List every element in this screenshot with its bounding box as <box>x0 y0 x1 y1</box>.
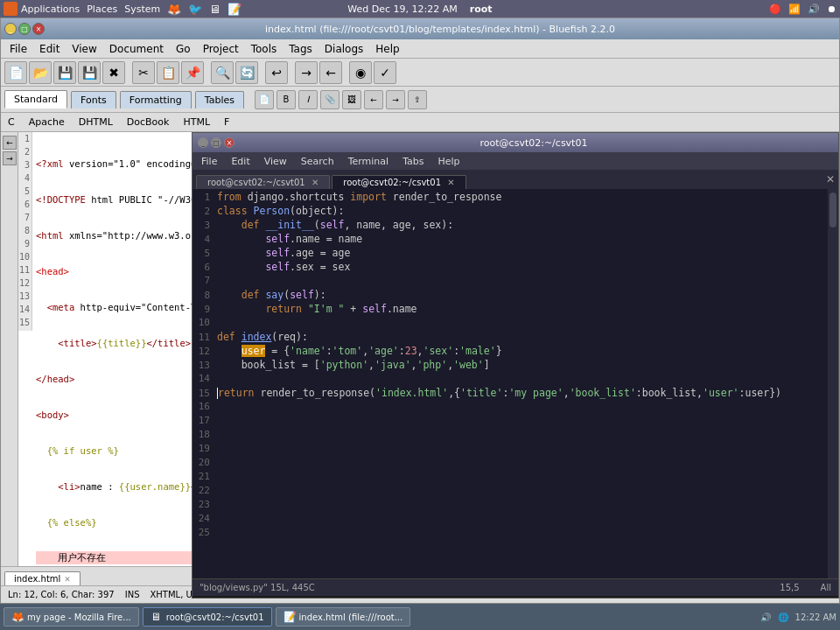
menu-tags[interactable]: Tags <box>284 41 318 57</box>
close-doc-button[interactable]: ✖ <box>102 61 125 84</box>
snippet-btn1[interactable]: 📄 <box>255 90 274 109</box>
taskbar-firefox[interactable]: 🦊 my page - Mozilla Fire... <box>4 607 139 626</box>
menu-dialogs[interactable]: Dialogs <box>319 41 368 57</box>
term-menu-edit[interactable]: Edit <box>226 155 255 168</box>
html-line-10: <li>name : {{user.name}}</l <box>36 480 198 493</box>
save-button[interactable]: 💾 <box>53 61 76 84</box>
taskbar-bluefish[interactable]: 📝 index.html (file:///root... <box>276 607 411 626</box>
terminal-icon-sys[interactable]: 🖥 <box>209 3 220 16</box>
term-line-18: 18 <box>192 429 838 443</box>
tab-formatting[interactable]: Formatting <box>120 91 192 108</box>
replace-button[interactable]: 🔄 <box>235 61 258 84</box>
snippet-btn2[interactable]: B <box>276 90 296 109</box>
term-menu-view[interactable]: View <box>259 155 292 168</box>
file-tab-index[interactable]: index.html ✕ <box>4 571 80 585</box>
lt-btn1[interactable]: ← <box>3 136 17 150</box>
term-menu-search[interactable]: Search <box>296 155 340 168</box>
file-tab-close[interactable]: ✕ <box>64 575 71 584</box>
snippet-btn3[interactable]: I <box>298 90 318 109</box>
tab-fonts[interactable]: Fonts <box>71 91 116 108</box>
copy-button[interactable]: 📋 <box>157 61 179 84</box>
category-bar: C Apache DHTML DocBook HTML F <box>1 113 839 132</box>
menu-tools[interactable]: Tools <box>246 41 283 57</box>
term-minimize[interactable]: _ <box>198 137 208 148</box>
cat-c[interactable]: C <box>4 115 18 130</box>
system-menu[interactable]: System <box>124 4 160 15</box>
html-line-11: {% else%} <box>36 515 198 528</box>
thunderbird-icon[interactable]: 🐦 <box>188 3 202 16</box>
term-close-all[interactable]: ✕ <box>826 173 835 186</box>
places-menu[interactable]: Places <box>87 4 117 15</box>
cat-f[interactable]: F <box>220 115 233 130</box>
terminal-statusbar: "blog/views.py" 15L, 445C 15,5 All <box>192 578 838 596</box>
taskbar-terminal[interactable]: 🖥 root@csvt02:~/csvt01 <box>143 607 272 626</box>
term-menu-tabs[interactable]: Tabs <box>397 155 429 168</box>
bluefish-taskbar-icon: 📝 <box>284 611 296 623</box>
term-scrollbar[interactable] <box>828 189 838 578</box>
firefox-taskbar-icon: 🦊 <box>11 611 24 623</box>
html-line-5: <meta http-equiv="Content-T <box>36 300 198 313</box>
tray-icon1: 🔴 <box>769 4 781 15</box>
undo-button[interactable]: ↩ <box>265 61 288 84</box>
term-menu-file[interactable]: File <box>196 155 222 168</box>
menu-view[interactable]: View <box>66 41 102 57</box>
menu-document[interactable]: Document <box>104 41 169 57</box>
new-button[interactable]: 📄 <box>4 61 27 84</box>
find-button[interactable]: 🔍 <box>211 61 234 84</box>
save-as-button[interactable]: 💾 <box>78 61 101 84</box>
cat-docbook[interactable]: DocBook <box>123 115 173 130</box>
firefox-icon[interactable]: 🦊 <box>167 3 181 16</box>
term-line-25: 25 <box>192 527 838 541</box>
applications-menu[interactable]: Applications <box>4 2 80 16</box>
cat-html[interactable]: HTML <box>179 115 214 130</box>
term-line-20: 20 <box>192 457 838 471</box>
snippet-btn4[interactable]: 📎 <box>320 90 340 109</box>
validate-button[interactable]: ✓ <box>374 61 396 84</box>
term-menu-help[interactable]: Help <box>433 155 466 168</box>
term-line-17: 17 <box>192 415 838 429</box>
term-line-21: 21 <box>192 471 838 485</box>
term-scroll-thumb[interactable] <box>830 192 836 228</box>
maximize-button[interactable]: □ <box>18 23 31 35</box>
snippet-btn5[interactable]: 🖼 <box>342 90 361 109</box>
open-button[interactable]: 📂 <box>29 61 52 84</box>
term-tab-2[interactable]: root@csvt02:~/csvt01 ✕ <box>332 175 466 189</box>
indent-button[interactable]: → <box>295 61 318 84</box>
snippet-btn6[interactable]: ← <box>364 90 383 109</box>
term-tab-1-close[interactable]: ✕ <box>312 178 318 187</box>
cat-dhtml[interactable]: DHTML <box>75 115 116 130</box>
tray-icon4: ⏺ <box>827 4 836 15</box>
applications-label[interactable]: Applications <box>21 4 80 15</box>
term-tab-1[interactable]: root@csvt02:~/csvt01 ✕ <box>196 175 330 189</box>
term-menu-terminal[interactable]: Terminal <box>343 155 395 168</box>
html-code-content[interactable]: <?xml version="1.0" encoding=" <!DOCTYPE… <box>32 132 201 598</box>
menu-go[interactable]: Go <box>171 41 196 57</box>
menu-help[interactable]: Help <box>370 41 404 57</box>
cat-apache[interactable]: Apache <box>25 115 68 130</box>
status-ins: INS <box>125 590 140 599</box>
close-button[interactable]: × <box>32 23 45 35</box>
html-editor[interactable]: 12345 678910 1112131415 <?xml version="1… <box>18 132 202 598</box>
lt-btn2[interactable]: → <box>3 151 17 165</box>
preview-button[interactable]: ◉ <box>349 61 372 84</box>
terminal-title: root@csvt02:~/csvt01 <box>234 137 833 149</box>
snippet-btn8[interactable]: ⇧ <box>408 90 427 109</box>
term-line-4: 4 self.name = name <box>192 233 838 247</box>
term-tab-2-close[interactable]: ✕ <box>447 178 454 187</box>
cut-button[interactable]: ✂ <box>132 61 155 84</box>
minimize-button[interactable]: _ <box>4 23 17 35</box>
menu-edit[interactable]: Edit <box>34 41 65 57</box>
term-maximize[interactable]: □ <box>211 137 221 148</box>
menu-file[interactable]: File <box>4 41 32 57</box>
snippet-btn7[interactable]: → <box>386 90 405 109</box>
term-line-9: 9 return "I'm " + self.name <box>192 303 838 317</box>
editor-icon-sys[interactable]: 📝 <box>228 3 242 16</box>
terminal-content[interactable]: 1 from django.shortcuts import render_to… <box>192 189 838 578</box>
tab-tables[interactable]: Tables <box>195 91 244 108</box>
paste-button[interactable]: 📌 <box>181 61 204 84</box>
tab-standard[interactable]: Standard <box>4 90 67 108</box>
outdent-button[interactable]: ← <box>319 61 342 84</box>
term-close[interactable]: × <box>224 137 234 148</box>
taskbar-firefox-label: my page - Mozilla Fire... <box>27 612 131 622</box>
menu-project[interactable]: Project <box>198 41 244 57</box>
